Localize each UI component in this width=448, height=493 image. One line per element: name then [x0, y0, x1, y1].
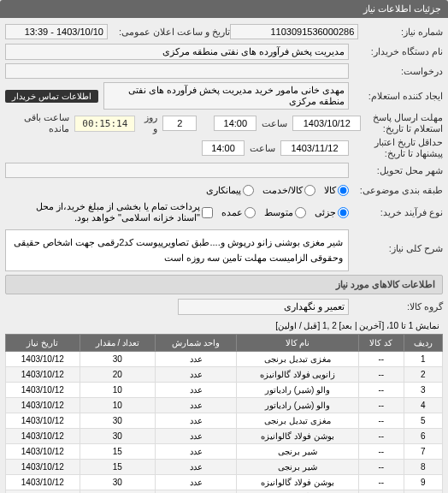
time-label-2: ساعت	[245, 143, 280, 154]
req-num-value: 1103091536000286	[230, 24, 358, 39]
table-header: نام کالا	[237, 335, 359, 352]
pager[interactable]: نمایش 1 تا 10، [آخرین | بعد] 2 ,1 [قبل /…	[5, 318, 443, 334]
details-panel: شماره نیاز: 1103091536000286 تاریخ و ساع…	[0, 18, 448, 493]
buyer-unit-value: مدیریت پخش فرآورده های نفتی منطقه مرکزی	[5, 44, 349, 60]
deadline-label: مهلت ارسال پاسخ استعلام تا تاریخ:	[361, 112, 443, 134]
creator-value: مهدی خانی مامور خرید مدیریت پخش فرآورده …	[103, 82, 349, 110]
table-row[interactable]: 5--مغزی تبدیل برنجیعدد301403/10/12	[6, 413, 443, 429]
table-header: کد کالا	[359, 335, 404, 352]
countdown-timer: 00:15:14	[74, 116, 135, 132]
min-valid-time-input[interactable]	[202, 140, 245, 156]
table-row[interactable]: 3--والو (شیر) رادیاتورعدد101403/10/12	[6, 383, 443, 398]
min-valid-label: حداقل تاریخ اعتبار پیشنهاد تا تاریخ:	[349, 137, 443, 159]
table-header: واحد شمارش	[156, 335, 237, 352]
table-row[interactable]: 4--والو (شیر) رادیاتورعدد101403/10/12	[6, 398, 443, 413]
desc-header-label: شرح کلی نیاز:	[349, 243, 443, 254]
desc-text: شیر مغزی بوشنی زانو درپوش و....طبق تصاوی…	[5, 229, 349, 271]
pkg-service-radio[interactable]: کالا/خدمت	[262, 185, 315, 196]
items-table: ردیفکد کالانام کالاواحد شمارشتعداد / مقد…	[5, 334, 443, 493]
table-row[interactable]: 7--شیر برنجیعدد151403/10/12	[6, 444, 443, 460]
day-label: روز و	[135, 112, 162, 134]
table-row[interactable]: 6--بوشن فولاد گالوانیزهعدد301403/10/12	[6, 429, 443, 444]
table-header: تاریخ نیاز	[6, 335, 80, 352]
group-label: گروه کالا:	[349, 301, 443, 312]
pkg-contract-radio[interactable]: پیمانکاری	[206, 185, 254, 196]
creator-label: ایجاد کننده استعلام:	[349, 91, 443, 102]
table-header: ردیف	[404, 335, 442, 352]
table-row[interactable]: 2--زانویی فولاد گالوانیزهعدد201403/10/12	[6, 367, 443, 383]
min-valid-date-input[interactable]	[280, 140, 349, 156]
request-label: درخواست:	[349, 66, 443, 77]
contact-buyer-button[interactable]: اطلاعات تماس خریدار	[5, 90, 98, 103]
table-row[interactable]: 8--شیر برنجیعدد151403/10/12	[6, 460, 443, 475]
buy-mid-radio[interactable]: متوسط	[264, 207, 306, 218]
days-remaining	[162, 116, 197, 131]
buy-low-radio[interactable]: جزئی	[315, 207, 349, 218]
city-value	[5, 163, 349, 178]
req-num-label: شماره نیاز:	[358, 27, 443, 38]
treasury-check[interactable]: پرداخت تمام یا بخشی از مبلغ خرید،از محل …	[12, 201, 213, 223]
buy-type-radio-group: جزئی متوسط عمده پرداخت تمام یا بخشی از م…	[5, 201, 349, 223]
time-label-1: ساعت	[256, 118, 292, 129]
table-header: تعداد / مقدار	[80, 335, 155, 352]
buy-high-radio[interactable]: عمده	[221, 207, 256, 218]
deadline-time-input[interactable]	[214, 116, 256, 131]
pkg-goods-radio[interactable]: کالا	[324, 185, 349, 196]
remain-label: ساعت باقی مانده	[5, 112, 74, 134]
announce-label: تاریخ و ساعت اعلان عمومی:	[108, 27, 230, 38]
deadline-date-input[interactable]	[292, 116, 361, 131]
table-row[interactable]: 1--مغزی تبدیل برنجیعدد301403/10/12	[6, 352, 443, 367]
page-header: جزئیات اطلاعات نیاز	[0, 0, 448, 18]
city-label: شهر محل تحویل:	[349, 165, 443, 176]
buyer-unit-label: نام دستگاه خریدار:	[349, 46, 443, 57]
items-section-title: اطلاعات کالاهای مورد نیاز	[5, 275, 443, 294]
table-row[interactable]: 9--بوشن فولاد گالوانیزهعدد301403/10/12	[6, 475, 443, 490]
pkg-label: طبقه بندی موضوعی:	[349, 185, 443, 196]
pkg-radio-group: کالا کالا/خدمت پیمانکاری	[5, 185, 349, 196]
group-value: تعمیر و نگهداری	[178, 299, 349, 315]
announce-value: 1403/10/10 - 13:39	[5, 24, 108, 39]
request-value	[5, 63, 349, 79]
buy-type-label: نوع فرآیند خرید:	[349, 207, 443, 218]
